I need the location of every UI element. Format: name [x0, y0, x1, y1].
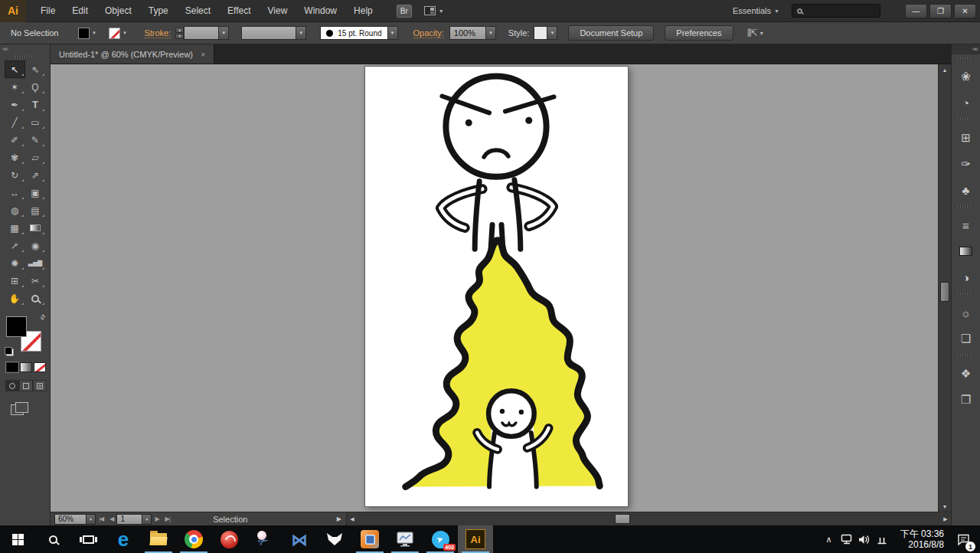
appearance-panel[interactable]: ☼	[952, 299, 980, 326]
selection-tool[interactable]: ↖	[5, 61, 25, 78]
opacity-field[interactable]: 100%	[449, 26, 486, 40]
perspective-grid-tool[interactable]: ▤	[25, 201, 46, 219]
edge-app[interactable]: e	[106, 525, 141, 553]
style-swatch[interactable]	[534, 26, 547, 40]
gradient-button[interactable]	[20, 362, 32, 372]
direct-selection-tool[interactable]: ⇖	[25, 61, 46, 78]
paintbrush-tool[interactable]: ✐	[5, 131, 25, 149]
stroke-weight-dropdown[interactable]: ▼	[219, 26, 229, 40]
gradient-panel[interactable]	[952, 238, 980, 264]
messenger-app[interactable]: ➤ 403	[423, 525, 458, 553]
draw-inside-button[interactable]	[33, 380, 47, 391]
menu-help[interactable]: Help	[345, 0, 381, 22]
previous-artboard-icon[interactable]: ◀	[109, 515, 113, 522]
blend-tool[interactable]: ◉	[25, 237, 46, 254]
horizontal-scrollbar-thumb[interactable]	[615, 514, 630, 524]
artboard[interactable]	[364, 66, 629, 507]
visual-studio-app[interactable]: ⋈	[282, 525, 317, 553]
stroke-link[interactable]: Stroke:	[144, 28, 171, 38]
vertical-scrollbar-thumb[interactable]	[940, 282, 949, 302]
last-artboard-icon[interactable]: ▶|	[165, 515, 170, 522]
mesh-tool[interactable]: ▦	[5, 219, 25, 237]
draw-normal-button[interactable]	[5, 380, 19, 391]
start-button[interactable]	[0, 525, 35, 553]
artboards-panel[interactable]: ❐	[952, 387, 980, 413]
hand-tool[interactable]: ✋	[5, 290, 25, 307]
canvas-area[interactable]	[51, 64, 938, 512]
ime-indicator-icon[interactable]	[873, 535, 890, 545]
zoom-dropdown[interactable]: ▼	[87, 514, 96, 525]
color-button[interactable]	[6, 362, 18, 372]
bridge-button[interactable]: Br	[397, 5, 412, 18]
magic-wand-tool[interactable]: ✶	[5, 78, 25, 96]
toolbox-collapse-button[interactable]: ««	[0, 44, 50, 54]
horizontal-scrollbar[interactable]: ◀ ▶	[346, 512, 951, 525]
chrome-app[interactable]	[176, 525, 211, 553]
volume-icon[interactable]	[855, 535, 873, 545]
stroke-panel[interactable]: ≡	[952, 212, 980, 238]
brush-definition[interactable]: 15 pt. Round	[320, 26, 387, 40]
style-dropdown[interactable]: ▼	[547, 26, 557, 40]
swatches-panel[interactable]: ⊞	[952, 125, 980, 151]
minimize-button[interactable]: —	[905, 4, 927, 18]
color-guide-panel[interactable]: ◔	[952, 90, 980, 116]
draw-behind-button[interactable]	[19, 380, 33, 391]
scroll-down-icon[interactable]: ▼	[939, 501, 951, 512]
first-artboard-icon[interactable]: |◀	[99, 515, 103, 522]
document-setup-button[interactable]: Document Setup	[568, 25, 654, 41]
scroll-right-icon[interactable]: ▶	[940, 512, 951, 525]
toolbox-drag-handle[interactable]	[15, 55, 35, 58]
artboard-number-field[interactable]: 1	[116, 514, 142, 525]
foobar2000-app[interactable]	[317, 525, 352, 553]
width-tool[interactable]: ↔	[5, 184, 25, 201]
taskbar-clock[interactable]: 下午 03:36 2016/8/8	[890, 528, 949, 550]
artboard-tool[interactable]: ⊞	[5, 272, 25, 290]
eraser-tool[interactable]: ▱	[25, 149, 46, 166]
scale-tool[interactable]: ⇗	[25, 166, 46, 184]
performance-monitor-app[interactable]	[387, 525, 423, 553]
status-flyout-icon[interactable]: ▶	[337, 515, 341, 522]
workspace-switcher[interactable]: Essentials ▼	[733, 6, 779, 15]
arrange-documents-button[interactable]: ▼	[424, 6, 444, 15]
type-tool[interactable]: T	[25, 96, 46, 113]
opacity-link[interactable]: Opacity:	[413, 28, 444, 38]
menu-window[interactable]: Window	[296, 0, 345, 22]
align-options-icon[interactable]: ⫼⇱	[747, 28, 756, 38]
color-panel[interactable]: ❀	[952, 64, 980, 90]
eyedropper-tool[interactable]: ⊸	[5, 237, 25, 254]
stroke-weight-stepper[interactable]: ▲▼	[175, 28, 184, 39]
rotate-tool[interactable]: ↻	[5, 166, 25, 184]
graphic-styles-panel[interactable]: ❏	[952, 326, 980, 352]
rectangle-tool[interactable]: ▭	[25, 113, 46, 131]
menu-object[interactable]: Object	[96, 0, 140, 22]
file-explorer-app[interactable]	[141, 525, 176, 553]
pencil-tool[interactable]: ✎	[25, 131, 46, 149]
zoom-tool[interactable]	[25, 290, 46, 307]
preferences-button[interactable]: Preferences	[665, 25, 733, 41]
menu-type[interactable]: Type	[140, 0, 177, 22]
stroke-color-swatch[interactable]	[109, 28, 120, 39]
screenshot-app[interactable]: ✂	[247, 525, 282, 553]
restore-button[interactable]: ❐	[929, 4, 952, 18]
network-icon[interactable]	[838, 534, 855, 545]
artboard-dropdown[interactable]: ▼	[142, 514, 152, 525]
dock-collapse-button[interactable]: ««	[952, 44, 980, 54]
illustrator-app[interactable]: Ai	[458, 525, 493, 553]
blob-brush-tool[interactable]: ✾	[5, 149, 25, 166]
vmware-app[interactable]	[352, 525, 387, 553]
menu-view[interactable]: View	[260, 0, 296, 22]
scroll-left-icon[interactable]: ◀	[347, 512, 358, 525]
symbol-sprayer-tool[interactable]: ✺	[5, 254, 25, 272]
swap-fill-stroke-icon[interactable]: ⇄	[38, 312, 47, 322]
task-view-button[interactable]	[70, 525, 106, 553]
hidden-icons-button[interactable]: ∧	[820, 535, 838, 545]
menu-file[interactable]: File	[32, 0, 64, 22]
opacity-dropdown[interactable]: ▼	[486, 26, 496, 40]
close-button[interactable]: ✕	[954, 4, 976, 18]
scroll-up-icon[interactable]: ▲	[939, 64, 951, 75]
app-logo[interactable]: Ai	[0, 0, 26, 22]
next-artboard-icon[interactable]: ▶	[155, 515, 158, 522]
taskbar-search-button[interactable]	[35, 525, 70, 553]
transparency-panel[interactable]: ◑	[952, 264, 980, 290]
search-input[interactable]	[792, 4, 880, 18]
